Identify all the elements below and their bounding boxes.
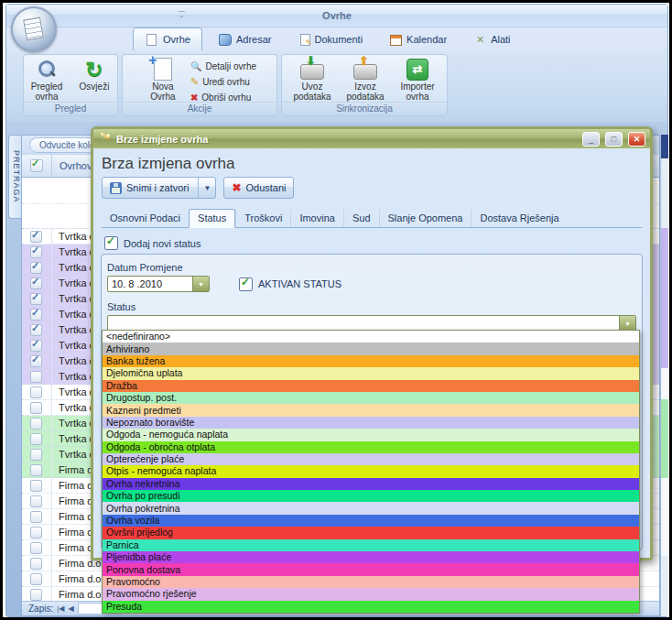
date-picker[interactable]: 10. 8 .2010 ▼ [107,276,210,292]
row-checkbox[interactable] [30,231,42,243]
row-checkbox[interactable] [30,573,42,585]
quick-access-chevron-icon[interactable]: ⌄ [179,11,185,19]
status-label: Status [107,301,636,312]
row-checkbox[interactable] [30,542,42,554]
import-drive-icon [300,64,324,80]
tab-kalendar[interactable]: Kalendar [379,28,458,50]
navigator-label: Zapis: [28,604,53,614]
row-checkbox[interactable] [30,355,42,367]
row-checkbox[interactable] [30,324,42,336]
column-divider [51,431,52,446]
detalji-ovrhe-button[interactable]: 🔍 Detalji ovrhe [188,59,259,73]
ribbon: Pregled ovrha ↻ Osvježi Pregled Nova Ovr… [6,50,667,123]
row-checkbox[interactable] [30,495,42,507]
status-option[interactable]: Ovršni prijedlog [103,527,639,538]
row-checkbox[interactable] [30,262,42,274]
pregled-ovrha-button[interactable]: Pregled ovrha [24,56,70,102]
status-dropdown-list: <nedefinirano>ArhiviranoBanka tuženaDjel… [102,330,640,614]
active-status-checkbox[interactable] [239,277,253,291]
date-dropdown-icon[interactable]: ▼ [192,277,209,291]
status-option[interactable]: Presuda [103,601,639,613]
group-caption-pregled: Pregled [24,102,117,115]
status-option[interactable]: <nedefinirano> [103,331,639,343]
status-option[interactable]: Ovrha vozila [103,515,639,527]
tab-ovrhe[interactable]: Ovrhe [133,27,202,50]
button-label: Nova Ovrha [140,82,186,102]
status-color-segment [661,135,668,158]
row-checkbox[interactable] [30,464,42,476]
status-option[interactable]: Ovrha nekretnina [103,478,639,490]
minimize-button[interactable]: _ [582,132,600,147]
status-option[interactable]: Nepoznato boravište [103,417,639,429]
select-all-checkbox[interactable] [30,159,43,172]
izvoz-podataka-button[interactable]: Izvoz podataka [340,56,391,102]
status-option[interactable]: Banka tužena [103,355,639,367]
status-option[interactable]: Drugostup. post. [103,392,639,404]
importer-ovrha-button[interactable]: ⇄ Importer ovrha [393,56,442,102]
status-option[interactable]: Ponovna dostava [103,563,639,575]
row-checkbox[interactable] [30,418,42,430]
row-checkbox[interactable] [30,480,42,492]
status-option[interactable]: Djelomična uplata [103,367,639,379]
tab-sud[interactable]: Sud [343,210,379,227]
row-checkbox[interactable] [30,511,42,523]
status-option[interactable]: Opterećenje plaće [103,453,639,465]
add-new-status-checkbox[interactable] [104,236,118,250]
row-checkbox[interactable] [30,246,42,258]
status-option[interactable]: Dražba [103,380,639,392]
row-checkbox[interactable] [30,340,42,352]
row-checkbox[interactable] [30,371,42,383]
status-color-segment [661,399,668,478]
column-divider [51,291,52,306]
status-option[interactable]: Odgoda - obročna otplata [103,441,639,453]
tab-imovina[interactable]: Imovina [290,210,343,227]
row-checkbox[interactable] [30,558,42,570]
maximize-button[interactable]: □ [605,132,623,147]
previous-record-icon[interactable]: ◀ [68,604,73,613]
tab-adresar[interactable]: Adresar [208,28,283,50]
save-dropdown-arrow-icon[interactable]: ▼ [198,178,215,198]
status-option[interactable]: Arhivirano [103,343,639,354]
row-checkbox[interactable] [30,309,42,321]
tab-alati[interactable]: ✕ Alati [463,28,521,50]
uvoz-podataka-button[interactable]: Uvoz podataka [287,56,338,102]
nova-ovrha-button[interactable]: Nova Ovrha [140,56,186,102]
row-checkbox[interactable] [30,433,42,445]
status-option[interactable]: Pravomoćno rješenje [103,588,639,600]
status-dropdown-icon[interactable]: ▼ [619,316,635,331]
close-button[interactable]: ✕ [628,132,645,147]
status-option[interactable]: Parnica [103,539,639,551]
status-option[interactable]: Ovrha pokretnina [103,502,639,514]
cancel-x-icon: ✖ [232,181,241,194]
tab-troskovi[interactable]: Troškovi [235,210,290,227]
group-caption-akcije: Akcije [123,102,276,115]
tab-slanje-opomena[interactable]: Slanje Opomena [379,210,471,227]
tab-dostava-rjesenja[interactable]: Dostava Rješenja [471,210,567,227]
tab-osnovni-podaci[interactable]: Osnovni Podaci [102,210,189,227]
status-option[interactable]: Ovrha po presudi [103,490,639,502]
add-new-status-label: Dodaj novi status [124,238,201,249]
row-checkbox[interactable] [30,402,42,414]
status-option[interactable]: Kazneni predmeti [103,404,639,416]
save-and-close-button[interactable]: Snimi i zatvori ▼ [102,177,216,199]
status-option[interactable]: Pljenidba plaće [103,551,639,563]
active-status-label: AKTIVAN STATUS [258,278,341,289]
uredi-ovrhu-button[interactable]: ✎ Uredi ovrhu [188,74,259,89]
osvjezi-button[interactable]: ↻ Osvježi [71,56,117,92]
status-option[interactable]: Pravomoćno [103,576,639,588]
first-record-icon[interactable]: |◀ [57,604,64,613]
tab-status[interactable]: Status [189,209,235,228]
row-checkbox[interactable] [30,277,42,289]
row-checkbox[interactable] [30,589,42,601]
cancel-button[interactable]: ✖ Odustani [223,177,294,199]
dialog-title-bar[interactable]: Brze izmjene ovrha _ □ ✕ [93,129,650,148]
application-orb-button[interactable] [11,6,57,52]
status-option[interactable]: Otpis - nemoguća naplata [103,465,639,477]
row-checkbox[interactable] [30,527,42,538]
row-checkbox[interactable] [30,449,42,461]
row-checkbox[interactable] [30,293,42,305]
row-checkbox[interactable] [30,386,42,398]
tab-dokumenti[interactable]: Dokumenti [288,28,374,50]
button-label: Obriši ovrhu [201,92,251,103]
status-option[interactable]: Odgoda - nemoguća naplata [103,429,639,441]
